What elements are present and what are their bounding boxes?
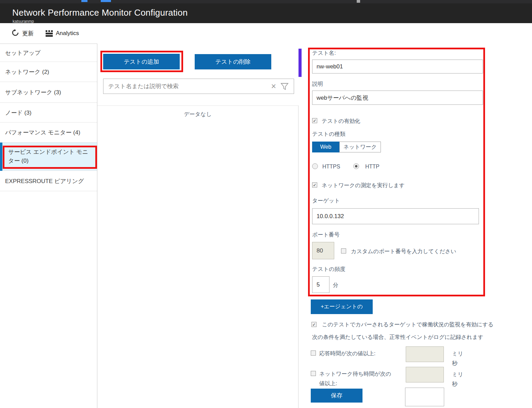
network-wait-checkbox[interactable] bbox=[311, 371, 316, 376]
sidebar-item-service-endpoint-monitor[interactable]: サービス エンドポイント モニター (0) bbox=[0, 143, 97, 171]
delete-test-button[interactable]: テストの削除 bbox=[195, 54, 271, 69]
sidebar-right-border bbox=[97, 44, 97, 408]
custom-port-label: カスタムのポート番号を入力してください bbox=[351, 248, 456, 255]
top-chrome-strip bbox=[0, 0, 532, 3]
port-input bbox=[312, 242, 334, 259]
sidebar-item-performance-monitor[interactable]: パフォーマンス モニター (4) bbox=[0, 123, 97, 143]
health-monitor-checkbox[interactable]: ✓ bbox=[311, 322, 317, 327]
port-label: ポート番号 bbox=[312, 231, 340, 239]
test-type-label: テストの種類 bbox=[312, 131, 345, 138]
threshold-input-cutoff[interactable] bbox=[405, 388, 444, 406]
enable-test-checkbox[interactable]: ✓ bbox=[312, 118, 317, 123]
description-input[interactable] bbox=[312, 91, 483, 105]
analytics-icon bbox=[46, 30, 53, 37]
network-wait-label: 値以上: bbox=[319, 380, 337, 387]
sidebar-item-label: パフォーマンス モニター (4) bbox=[5, 129, 80, 136]
https-radio[interactable] bbox=[312, 163, 318, 169]
sidebar-item-label: サービス エンドポイント モニター (0) bbox=[8, 148, 93, 166]
add-test-button[interactable]: テストの追加 bbox=[103, 54, 180, 69]
sidebar-item-label: セットアップ bbox=[5, 49, 41, 57]
http-radio[interactable] bbox=[353, 163, 359, 169]
sidebar-item-expressroute-peering[interactable]: EXPRESSROUTE ピアリング bbox=[0, 171, 97, 191]
description-label: 説明 bbox=[312, 81, 323, 88]
frequency-unit-label: 分 bbox=[333, 282, 338, 289]
test-search-input[interactable] bbox=[103, 79, 294, 94]
check-icon: ✓ bbox=[313, 183, 316, 187]
response-time-checkbox[interactable] bbox=[311, 350, 316, 356]
save-button[interactable]: 保存 bbox=[311, 389, 362, 403]
panel-divider bbox=[298, 105, 299, 408]
page-header: Network Performance Monitor Configuratio… bbox=[0, 3, 532, 23]
chrome-fragment bbox=[81, 0, 87, 2]
filter-icon[interactable] bbox=[280, 82, 289, 92]
enable-test-label: テストの有効化 bbox=[322, 118, 360, 125]
response-time-unit: 秒 bbox=[452, 360, 457, 367]
check-icon: ✓ bbox=[313, 119, 316, 123]
analytics-label: Analytics bbox=[56, 30, 79, 37]
no-data-message: データなし bbox=[97, 111, 298, 118]
target-label: ターゲット bbox=[312, 197, 340, 205]
test-name-input[interactable] bbox=[312, 60, 483, 74]
list-top-divider bbox=[97, 105, 298, 106]
npm-configuration-page: Network Performance Monitor Configuratio… bbox=[0, 0, 532, 408]
sidebar-item-label: EXPRESSROUTE ピアリング bbox=[5, 177, 84, 185]
refresh-icon bbox=[12, 29, 19, 38]
refresh-label: 更新 bbox=[22, 30, 34, 37]
add-agent-button[interactable]: +エージェントの bbox=[311, 299, 373, 314]
network-wait-unit: ミリ bbox=[452, 371, 463, 378]
analytics-button[interactable]: Analytics bbox=[46, 28, 79, 39]
sidebar-item-setup[interactable]: セットアップ bbox=[0, 44, 97, 62]
refresh-button[interactable]: 更新 bbox=[12, 28, 34, 39]
target-input[interactable] bbox=[312, 208, 479, 224]
selected-item-indicator bbox=[0, 143, 2, 171]
http-label: HTTP bbox=[365, 164, 380, 170]
sidebar-item-nodes[interactable]: ノード (3) bbox=[0, 103, 97, 123]
sidebar-item-subnetworks[interactable]: サブネットワーク (3) bbox=[0, 82, 97, 103]
test-type-network-option[interactable]: ネットワーク bbox=[339, 142, 381, 152]
command-toolbar: 更新 Analytics bbox=[0, 23, 532, 44]
condition-text: 次の条件を満たしている場合、正常性イベントがログに記録されます bbox=[312, 334, 483, 341]
network-measure-checkbox[interactable]: ✓ bbox=[312, 182, 317, 187]
frequency-label: テストの頻度 bbox=[312, 266, 345, 273]
response-time-input bbox=[406, 346, 444, 362]
response-time-unit: ミリ bbox=[452, 350, 463, 358]
network-measure-label: ネットワークの測定を実行します bbox=[322, 182, 405, 189]
network-wait-label: ネットワーク待ち時間が次の bbox=[319, 371, 391, 378]
response-time-label: 応答時間が次の値以上: bbox=[319, 350, 375, 357]
network-wait-input bbox=[406, 367, 444, 382]
frequency-input[interactable] bbox=[312, 276, 329, 293]
radio-dot bbox=[355, 165, 357, 167]
network-wait-unit: 秒 bbox=[452, 381, 457, 388]
health-monitor-label: このテストでカバーされるターゲットで稼働状況の監視を有効にする bbox=[322, 321, 494, 328]
sidebar-item-label: サブネットワーク (3) bbox=[5, 88, 61, 96]
purple-marker-bar bbox=[299, 49, 302, 77]
page-title: Network Performance Monitor Configuratio… bbox=[12, 7, 188, 18]
sidebar-item-label: ノード (3) bbox=[5, 109, 31, 117]
test-search-box: × bbox=[103, 79, 294, 94]
test-name-label: テスト名: bbox=[312, 50, 336, 57]
https-label: HTTPS bbox=[322, 164, 340, 170]
sidebar-item-label: ネットワーク (2) bbox=[5, 68, 49, 76]
clear-search-icon[interactable]: × bbox=[271, 81, 276, 92]
custom-port-checkbox[interactable] bbox=[341, 248, 346, 254]
chrome-fragment bbox=[357, 0, 360, 3]
check-icon: ✓ bbox=[312, 323, 316, 327]
sidebar-item-networks[interactable]: ネットワーク (2) bbox=[0, 62, 97, 82]
chrome-fragment bbox=[101, 0, 111, 2]
test-type-web-option[interactable]: Web bbox=[312, 142, 339, 152]
annotation-form-panel bbox=[308, 48, 485, 296]
